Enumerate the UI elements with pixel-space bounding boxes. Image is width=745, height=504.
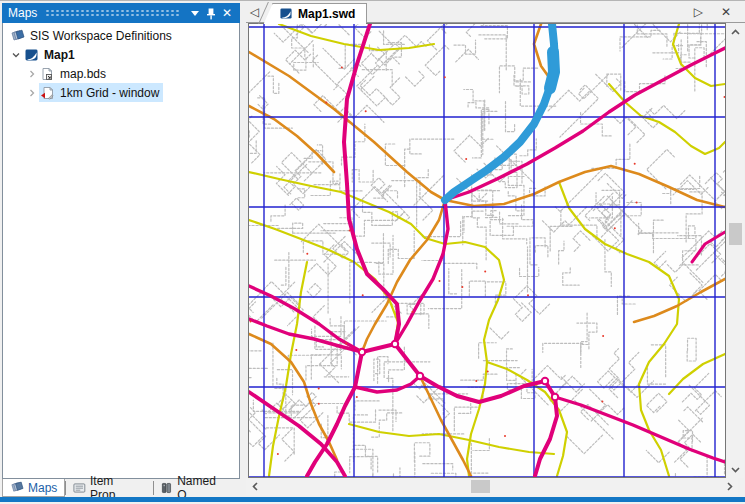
map-icon [279, 7, 293, 20]
map-icon [23, 47, 39, 62]
vertical-scrollbar-thumb[interactable] [729, 223, 742, 245]
vertical-scrollbar[interactable] [727, 23, 744, 478]
window-accent-border [0, 497, 745, 502]
tab-scroll-left-button[interactable]: ◁ [250, 4, 259, 20]
tree-item-label: 1km Grid - window [60, 86, 159, 100]
expander-expanded-icon[interactable] [9, 48, 23, 62]
scroll-up-button[interactable] [727, 23, 744, 40]
document-tab-bar: ◁ Map1.swd ▷ ✕ [246, 1, 745, 23]
scroll-down-button[interactable] [727, 461, 744, 478]
maps-panel-titlebar[interactable]: Maps ✕ [2, 3, 240, 23]
tree-item-label: SIS Workspace Definitions [30, 29, 172, 43]
maps-panel-title: Maps [8, 3, 37, 23]
expander-collapsed-icon[interactable] [25, 67, 39, 81]
scroll-left-button[interactable] [246, 478, 263, 495]
map-view[interactable] [248, 23, 726, 478]
panel-menu-button[interactable] [187, 5, 203, 21]
close-icon: ✕ [222, 5, 232, 21]
panel-tab-bar: Maps Item Prop... Named O... [2, 479, 240, 497]
panel-pin-button[interactable] [203, 5, 219, 21]
tab-named-objects[interactable]: Named O... [154, 479, 240, 497]
workspace-tree: SIS Workspace Definitions Map1 [2, 23, 240, 479]
maps-panel: Maps ✕ SIS [2, 3, 240, 497]
tree-item-map-bds[interactable]: map.bds [3, 64, 239, 83]
scroll-right-button[interactable] [721, 478, 738, 495]
expander-collapsed-icon[interactable] [25, 86, 39, 100]
dataset-file-icon [39, 66, 55, 81]
overlay-window-icon [39, 85, 55, 100]
horizontal-scrollbar-thumb[interactable] [471, 480, 490, 493]
chevron-down-icon [191, 11, 199, 16]
tree-item-label: map.bds [60, 67, 106, 81]
document-tab-label: Map1.swd [298, 7, 355, 21]
tab-item-properties[interactable]: Item Prop... [66, 479, 153, 497]
tree-item-workspace-root[interactable]: SIS Workspace Definitions [3, 26, 239, 45]
map-canvas-svg [249, 24, 725, 477]
horizontal-scrollbar[interactable] [246, 478, 738, 495]
document-area: ◁ Map1.swd ▷ ✕ [246, 1, 745, 497]
tree-item-1km-grid[interactable]: 1km Grid - window [3, 83, 239, 102]
tab-bottom-cover [264, 23, 366, 24]
tab-label: Maps [28, 481, 57, 495]
panel-close-button[interactable]: ✕ [219, 5, 235, 21]
application-window: Maps ✕ SIS [0, 0, 745, 504]
document-tab-map1[interactable]: Map1.swd [272, 3, 367, 23]
tab-maps[interactable]: Maps [2, 479, 65, 497]
maps-tab-icon [10, 481, 24, 494]
pin-icon [205, 7, 217, 20]
tab-scroll-right-button[interactable]: ▷ [694, 4, 703, 20]
document-close-button[interactable]: ✕ [721, 4, 731, 20]
named-objects-icon [161, 482, 173, 494]
tree-item-label: Map1 [44, 48, 75, 62]
workspace-icon [9, 28, 25, 43]
item-properties-icon [73, 482, 86, 494]
selected-tree-item[interactable]: 1km Grid - window [39, 83, 163, 102]
panel-drag-grip[interactable] [45, 9, 179, 17]
tree-item-map1[interactable]: Map1 [3, 45, 239, 64]
